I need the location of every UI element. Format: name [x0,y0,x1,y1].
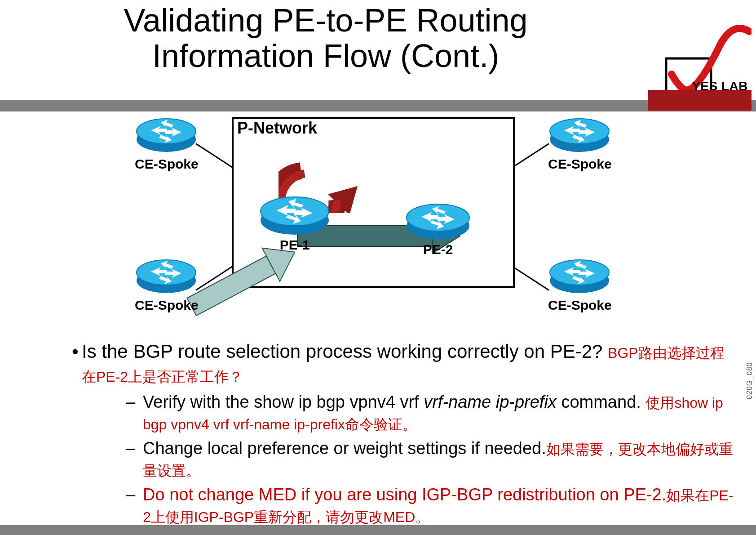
sub-bullet-2: – Change local preference or weight sett… [126,438,737,481]
router-icon [548,113,611,154]
bullet-dot-icon: • [72,340,82,387]
router-pe-1: PE-1 [259,192,331,253]
sub3-en: Do not change MED if you are using IGP-B… [143,485,666,504]
router-ce-spoke-top-left: CE-Spoke [135,113,199,172]
body-text: • Is the BGP route selection process wor… [72,340,737,531]
sub1-part-d: command. [557,392,641,411]
router-icon [404,199,472,241]
sub1-part-b: show ip bgp vpnv4 vrf [254,392,424,411]
dash-icon: – [126,392,143,434]
diagram-code: 020G_080 [746,362,754,399]
router-label: CE-Spoke [548,298,612,313]
title-line-2: Information Flow (Cont.) [0,38,651,74]
router-icon [135,113,198,154]
router-icon [135,254,198,295]
router-icon [548,254,611,295]
main-bullet: • Is the BGP route selection process wor… [72,340,737,387]
dash-icon: – [126,438,143,481]
router-pe-2: PE-2 [404,199,472,257]
title-line-1: Validating PE-to-PE Routing [0,3,651,38]
router-icon [259,192,331,236]
header-accent [648,90,752,111]
sub2-en: Change local preference or weight settin… [143,439,546,458]
router-label: CE-Spoke [135,298,199,313]
question-en: Is the BGP route selection process worki… [82,341,602,362]
svg-rect-2 [187,256,275,316]
router-ce-spoke-bottom-right: CE-Spoke [548,254,612,313]
header-divider [0,100,756,111]
router-label: PE-2 [404,242,472,257]
dash-icon: – [126,484,143,527]
sub-bullet-3: – Do not change MED if you are using IGP… [126,484,737,527]
router-ce-spoke-bottom-left: CE-Spoke [135,254,199,313]
slide: Validating PE-to-PE Routing Information … [0,0,756,535]
sub1-part-c: vrf-name ip-prefix [424,392,557,411]
router-ce-spoke-top-right: CE-Spoke [548,113,612,172]
slide-title: Validating PE-to-PE Routing Information … [0,3,651,74]
router-label: PE-1 [259,237,331,253]
router-label: CE-Spoke [135,156,199,172]
sub1-part-a: Verify with the [143,392,254,411]
sub-bullet-list: – Verify with the show ip bgp vpnv4 vrf … [126,392,737,527]
router-label: CE-Spoke [548,156,612,172]
footer-divider [0,525,756,535]
network-diagram: P-Network [135,115,620,331]
sub-bullet-1: – Verify with the show ip bgp vpnv4 vrf … [126,392,737,434]
